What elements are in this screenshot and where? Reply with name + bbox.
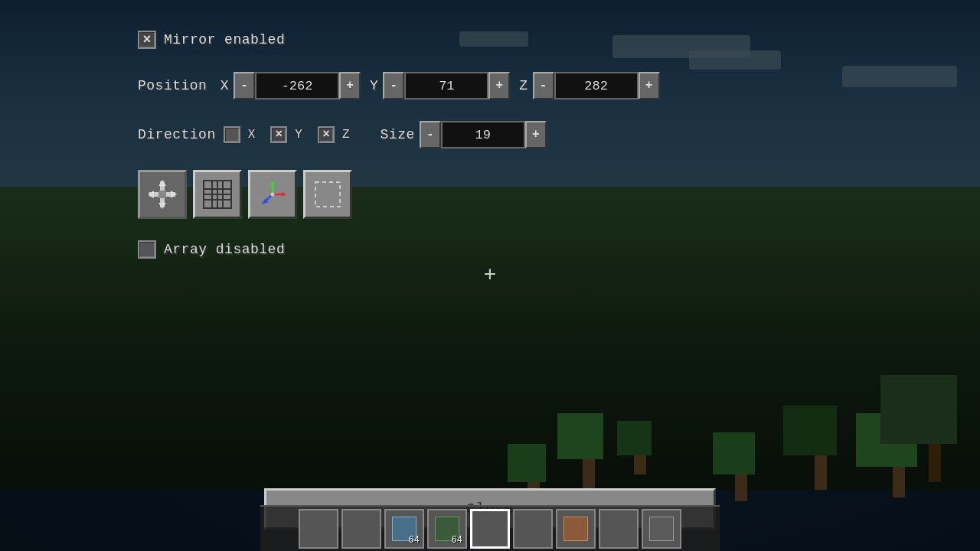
- hotbar-slot-4[interactable]: 64: [427, 509, 467, 549]
- direction-z-label: Z: [342, 128, 350, 142]
- position-z-minus[interactable]: -: [533, 72, 554, 99]
- cloud: [689, 51, 781, 70]
- item-icon: [649, 517, 674, 541]
- tree: [913, 375, 957, 482]
- array-row: Array disabled: [138, 240, 660, 259]
- cloud: [842, 66, 957, 87]
- hotbar-slot-3[interactable]: 64: [384, 509, 424, 549]
- ui-panel: Mirror enabled Position X - + Y - + Z - …: [138, 31, 660, 259]
- direction-y-checkbox[interactable]: [270, 126, 287, 143]
- item-icon: [564, 517, 588, 541]
- direction-x-checkbox[interactable]: [224, 126, 240, 143]
- position-z-group: - +: [533, 72, 660, 99]
- direction-row: Direction X Y Z Size - +: [138, 121, 660, 148]
- size-input[interactable]: [441, 121, 525, 148]
- tree: [804, 406, 837, 490]
- crosshair: +: [484, 265, 497, 286]
- array-label: Array disabled: [164, 242, 285, 257]
- grid-icon: [203, 180, 232, 209]
- grid-icon-button[interactable]: [193, 170, 242, 219]
- position-label: Position: [138, 78, 216, 93]
- slot-count: 64: [409, 535, 420, 546]
- svg-marker-3: [158, 203, 166, 209]
- move-icon: [148, 180, 177, 209]
- direction-label: Direction: [138, 127, 216, 142]
- position-x-minus[interactable]: -: [234, 72, 255, 99]
- hotbar-slot-2[interactable]: [341, 509, 381, 549]
- svg-point-20: [271, 193, 275, 197]
- position-z-label: Z: [519, 78, 528, 93]
- direction-y-label: Y: [295, 128, 302, 142]
- position-x-label: X: [220, 78, 229, 93]
- svg-marker-5: [171, 191, 177, 198]
- hotbar-slot-7[interactable]: [556, 509, 596, 549]
- tree: [574, 413, 603, 490]
- axes-icon-button[interactable]: [248, 170, 297, 219]
- tree: [628, 421, 652, 474]
- mirror-checkbox[interactable]: [138, 31, 156, 49]
- position-x-plus[interactable]: +: [339, 72, 361, 99]
- hotbar-slot-1[interactable]: [299, 509, 338, 549]
- size-minus[interactable]: -: [420, 121, 441, 148]
- svg-rect-6: [158, 191, 166, 198]
- position-z-input[interactable]: [554, 72, 639, 99]
- position-y-input[interactable]: [404, 72, 488, 99]
- move-icon-button[interactable]: [138, 170, 187, 219]
- size-input-group: - +: [420, 121, 547, 148]
- svg-marker-15: [282, 192, 286, 197]
- tree: [727, 432, 755, 501]
- size-label: Size: [381, 127, 415, 142]
- hotbar: 64 64: [260, 505, 720, 551]
- position-z-plus[interactable]: +: [639, 72, 660, 99]
- position-x-group: - +: [234, 72, 361, 99]
- hotbar-slot-6[interactable]: [513, 509, 553, 549]
- position-y-plus[interactable]: +: [488, 72, 510, 99]
- position-y-group: - +: [383, 72, 510, 99]
- svg-marker-4: [148, 191, 154, 198]
- direction-x-label: X: [248, 128, 256, 142]
- axes-icon: [258, 180, 287, 209]
- mirror-row: Mirror enabled: [138, 31, 660, 49]
- position-x-input[interactable]: [255, 72, 339, 99]
- svg-marker-17: [270, 181, 275, 185]
- position-y-minus[interactable]: -: [383, 72, 404, 99]
- hotbar-slot-8[interactable]: [599, 509, 639, 549]
- icon-buttons-row: [138, 170, 660, 219]
- size-group: Size - +: [381, 121, 547, 148]
- select-icon: [313, 180, 342, 209]
- hotbar-slot-5[interactable]: [470, 509, 510, 549]
- position-y-label: Y: [370, 78, 378, 93]
- slot-count: 64: [452, 535, 462, 546]
- size-plus[interactable]: +: [525, 121, 547, 148]
- svg-marker-2: [158, 180, 166, 186]
- select-icon-button[interactable]: [303, 170, 352, 219]
- array-checkbox[interactable]: [138, 240, 156, 259]
- svg-rect-21: [315, 182, 340, 207]
- direction-z-checkbox[interactable]: [318, 126, 335, 143]
- hotbar-slot-9[interactable]: [642, 509, 681, 549]
- position-row: Position X - + Y - + Z - +: [138, 72, 660, 99]
- mirror-label: Mirror enabled: [164, 32, 285, 47]
